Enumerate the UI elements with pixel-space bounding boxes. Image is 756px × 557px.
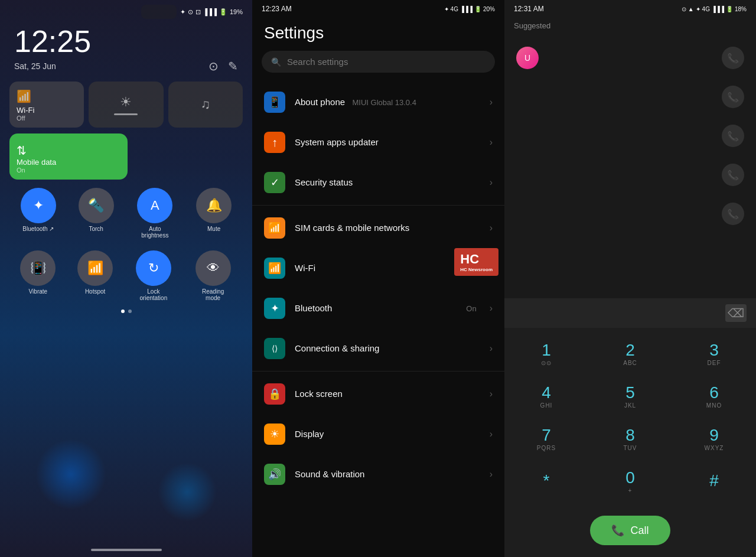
settings-status-bar: 12:23 AM ✦ 4G ▐▐▐ 🔋 20% xyxy=(252,0,504,18)
contact-row-4[interactable]: 📞 xyxy=(504,155,756,194)
torch-circle-item[interactable]: 🔦 Torch xyxy=(79,188,114,239)
key-5[interactable]: 5 JKL xyxy=(595,377,666,415)
dialer-nav-icon: ▲ xyxy=(688,6,694,12)
key-1-letters: ⊙⊙ xyxy=(541,360,552,366)
lock-orientation-circle[interactable]: ↻ xyxy=(136,250,171,286)
contact-row-1[interactable]: U 📞 xyxy=(504,38,756,77)
security-icon: ✓ xyxy=(264,172,285,193)
connection-text: Connection & sharing xyxy=(295,343,480,354)
key-0[interactable]: 0 + xyxy=(595,462,666,500)
settings-bluetooth-icon: ✦ xyxy=(444,6,449,12)
auto-brightness-circle-item[interactable]: A Auto brightness xyxy=(136,188,174,239)
security-label: Security status xyxy=(295,177,353,187)
cc-date-icons[interactable]: ⊙ ✎ xyxy=(208,59,238,73)
updater-label: System apps updater xyxy=(295,137,379,147)
mute-circle[interactable]: 🔔 xyxy=(196,188,232,223)
updater-arrow: › xyxy=(490,137,493,148)
dialer-row-1: 1 ⊙⊙ 2 ABC 3 DEF xyxy=(504,333,756,375)
call-label: Call xyxy=(630,525,649,537)
mobile-data-tile[interactable]: ⇅ Mobile data On xyxy=(9,133,128,180)
settings-item-sim[interactable]: 📶 SIM cards & mobile networks › xyxy=(252,208,504,248)
key-6[interactable]: 6 MNO xyxy=(679,377,750,415)
display-text: Display xyxy=(295,429,480,439)
key-4[interactable]: 4 GHI xyxy=(511,377,582,415)
mute-circle-item[interactable]: 🔔 Mute xyxy=(196,188,232,239)
settings-time: 12:23 AM xyxy=(262,5,292,13)
settings-item-about[interactable]: 📱 About phone MIUI Global 13.0.4 › xyxy=(252,82,504,122)
auto-brightness-icon: A xyxy=(151,198,159,213)
key-hash[interactable]: # xyxy=(679,462,750,500)
settings-item-updater[interactable]: ↑ System apps updater › xyxy=(252,122,504,162)
hc-watermark: HC HC Newsroom xyxy=(454,248,498,276)
key-9-letters: WXYZ xyxy=(705,445,724,451)
settings-title: Settings xyxy=(252,18,504,51)
settings-item-security[interactable]: ✓ Security status › xyxy=(252,162,504,203)
dot-1 xyxy=(121,310,125,313)
contact-call-icon-2[interactable]: 📞 xyxy=(722,86,744,108)
bluetooth-status-icon: ✦ xyxy=(180,8,185,16)
torch-circle[interactable]: 🔦 xyxy=(79,188,114,223)
key-1[interactable]: 1 ⊙⊙ xyxy=(511,335,582,373)
contact-row-5[interactable]: 📞 xyxy=(504,194,756,233)
key-2[interactable]: 2 ABC xyxy=(595,335,666,373)
vibrate-circle-item[interactable]: 📳 Vibrate xyxy=(20,250,56,301)
sound-arrow: › xyxy=(490,469,493,480)
bluetooth-circle[interactable]: ✦ xyxy=(21,188,56,223)
key-3[interactable]: 3 DEF xyxy=(679,335,750,373)
display-label: Display xyxy=(295,429,324,439)
reading-mode-circle[interactable]: 👁 xyxy=(195,250,231,286)
lock-orientation-icon: ↻ xyxy=(148,260,159,276)
key-7[interactable]: 7 PQRS xyxy=(511,420,582,458)
contact-row-3[interactable]: 📞 xyxy=(504,116,756,155)
hotspot-circle[interactable]: 📶 xyxy=(77,250,113,286)
key-8[interactable]: 8 TUV xyxy=(595,420,666,458)
settings-gear-icon[interactable]: ⊙ xyxy=(208,59,219,73)
hotspot-circle-item[interactable]: 📶 Hotspot xyxy=(77,250,113,301)
reading-mode-label: Reading mode xyxy=(194,288,232,301)
contact-call-icon-4[interactable]: 📞 xyxy=(722,164,744,186)
key-9[interactable]: 9 WXYZ xyxy=(679,420,750,458)
wifi-tile[interactable]: 📶 Wi-Fi Off xyxy=(9,82,84,128)
bluetooth-circle-item[interactable]: ✦ Bluetooth ↗ xyxy=(21,188,56,239)
wifi-icon: 📶 xyxy=(17,89,77,103)
sim-text: SIM cards & mobile networks xyxy=(295,223,480,233)
auto-brightness-circle[interactable]: A xyxy=(137,188,172,223)
dialer-clock-icon: ⊙ xyxy=(682,6,686,12)
key-2-letters: ABC xyxy=(623,360,637,366)
contact-call-icon-1[interactable]: 📞 xyxy=(722,47,744,69)
key-8-num: 8 xyxy=(625,427,635,444)
brightness-tile[interactable]: ☀ xyxy=(89,82,163,128)
dialer-backspace-button[interactable]: ⌫ xyxy=(725,304,747,322)
nfc-icon: ⊡ xyxy=(195,8,201,16)
settings-item-connection[interactable]: ⟨⟩ Connection & sharing › xyxy=(252,328,504,369)
contact-row-2[interactable]: 📞 xyxy=(504,77,756,116)
key-6-letters: MNO xyxy=(706,402,722,409)
mobile-data-label: Mobile data xyxy=(17,158,120,167)
settings-item-lockscreen[interactable]: 🔒 Lock screen › xyxy=(252,374,504,414)
notch xyxy=(141,5,177,19)
key-7-num: 7 xyxy=(542,427,551,444)
settings-status-icons: ✦ 4G ▐▐▐ 🔋 20% xyxy=(444,6,495,12)
edit-icon[interactable]: ✎ xyxy=(228,59,238,73)
lockscreen-arrow: › xyxy=(490,389,493,399)
dialer-keypad: 1 ⊙⊙ 2 ABC 3 DEF 4 GHI 5 JKL 6 M xyxy=(504,328,756,507)
display-arrow: › xyxy=(490,429,493,439)
dialer-row-2: 4 GHI 5 JKL 6 MNO xyxy=(504,375,756,418)
key-star[interactable]: * xyxy=(511,462,582,500)
vibrate-circle[interactable]: 📳 xyxy=(20,250,56,286)
contact-call-icon-3[interactable]: 📞 xyxy=(722,125,744,147)
music-tile[interactable]: ♫ xyxy=(168,82,243,128)
settings-search-bar[interactable]: 🔍 Search settings xyxy=(262,51,495,73)
lock-orientation-circle-item[interactable]: ↻ Lock orientation xyxy=(135,250,172,301)
call-button[interactable]: 📞 Call xyxy=(590,516,670,545)
security-arrow: › xyxy=(490,177,493,188)
cc-date-row: Sat, 25 Jun ⊙ ✎ xyxy=(0,57,252,76)
settings-item-bluetooth[interactable]: ✦ Bluetooth On › xyxy=(252,288,504,328)
contact-call-icon-5[interactable]: 📞 xyxy=(722,203,744,225)
cc-date-text: Sat, 25 Jun xyxy=(14,61,56,71)
dialer-battery-icon: 🔋 xyxy=(726,6,733,12)
reading-mode-circle-item[interactable]: 👁 Reading mode xyxy=(194,250,232,301)
settings-item-sound[interactable]: 🔊 Sound & vibration › xyxy=(252,454,504,494)
mute-label: Mute xyxy=(207,226,220,232)
settings-item-display[interactable]: ☀ Display › xyxy=(252,414,504,454)
